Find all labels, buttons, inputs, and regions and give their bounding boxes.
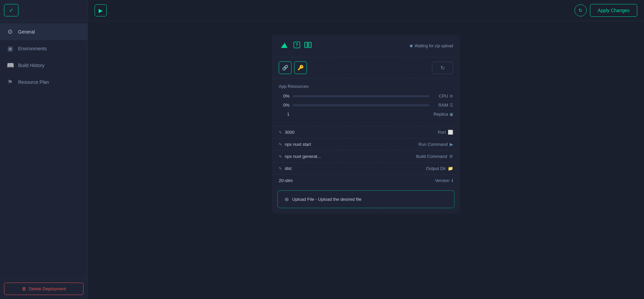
- sidebar-label-build-history: Build History: [18, 63, 45, 68]
- project-dropdown[interactable]: ✓: [4, 4, 18, 16]
- cpu-bar-container: [293, 95, 430, 97]
- build-command-icon: ⚙: [449, 154, 453, 159]
- sidebar-item-build-history[interactable]: 📖 Build History: [0, 57, 88, 74]
- output-dir-row: ✎ dist Output Dir 📁: [272, 162, 460, 174]
- trash-icon: 🗑: [22, 286, 26, 291]
- build-command-edit-icon[interactable]: ✎: [279, 154, 282, 159]
- sidebar: ✓ ⚙ General ▣ Environments 📖 Build Histo…: [0, 0, 88, 299]
- key-button[interactable]: 🔑: [294, 61, 307, 74]
- check-icon: ✓: [9, 7, 13, 13]
- replica-label: Replica ▣: [433, 112, 453, 117]
- port-row: ✎ 3000 Port ⬜: [272, 126, 460, 138]
- docs-icon[interactable]: [304, 42, 312, 50]
- nuxt-logo-icon: [279, 40, 289, 52]
- status-text: Waiting for zip upload: [415, 44, 453, 48]
- cpu-label: CPU ⚙: [433, 94, 453, 99]
- cpu-settings-icon[interactable]: ⚙: [449, 94, 453, 99]
- port-icon: ⬜: [448, 130, 453, 135]
- replica-label-text: Replica: [434, 112, 448, 117]
- version-row: 20-slim Version ℹ: [272, 174, 460, 186]
- svg-rect-2: [305, 42, 308, 48]
- replica-value: 1: [279, 112, 289, 117]
- ram-label-text: RAM: [438, 103, 448, 108]
- expand-button[interactable]: ▶: [95, 4, 107, 16]
- replica-row: 1 Replica ▣: [279, 112, 453, 117]
- sidebar-item-general[interactable]: ⚙ General: [0, 23, 88, 40]
- output-dir-value: dist: [285, 166, 426, 171]
- environments-icon: ▣: [7, 45, 13, 52]
- resources-section: App Resources 0% CPU ⚙ 0%: [272, 78, 460, 126]
- svg-rect-3: [308, 42, 311, 48]
- version-label-text: Version: [435, 178, 449, 183]
- upload-icon: ⊕: [284, 196, 289, 202]
- cpu-row: 0% CPU ⚙: [279, 94, 453, 99]
- port-label: Port ⬜: [438, 130, 453, 135]
- delete-deployment-button[interactable]: 🗑 Delete Deployment: [4, 283, 84, 295]
- build-command-value: npx nuxt generat...: [285, 154, 416, 159]
- run-command-icon: ▶: [450, 142, 453, 147]
- sidebar-item-resource-plan[interactable]: ⚑ Resource Plan: [0, 74, 88, 91]
- gear-icon: ⚙: [7, 28, 13, 36]
- sidebar-label-environments: Environments: [18, 46, 47, 51]
- replica-icon[interactable]: ▣: [449, 112, 453, 117]
- port-value: 3000: [285, 130, 438, 135]
- ram-label: RAM ☰: [433, 103, 453, 108]
- status-dot: [410, 45, 413, 47]
- version-label: Version ℹ: [435, 178, 453, 183]
- version-icon: ℹ: [451, 178, 453, 183]
- build-command-label: Build Command ⚙: [416, 154, 453, 159]
- key-icon: 🔑: [298, 65, 304, 71]
- output-dir-label: Output Dir 📁: [426, 166, 453, 171]
- upload-label: Upload File - Upload the desired file: [292, 197, 362, 202]
- cpu-label-text: CPU: [439, 94, 448, 99]
- upload-area[interactable]: ⊕ Upload File - Upload the desired file: [277, 190, 454, 208]
- run-command-row: ✎ npx nuxt start Run Command ▶: [272, 138, 460, 150]
- sidebar-item-environments[interactable]: ▣ Environments: [0, 40, 88, 57]
- ram-value: 0%: [279, 103, 289, 108]
- topbar-left: ▶: [95, 4, 107, 16]
- version-value: 20-slim: [279, 178, 435, 183]
- link-icon: 🔗: [282, 65, 288, 71]
- cpu-value: 0%: [279, 94, 289, 99]
- chevron-right-icon: ▶: [99, 7, 103, 14]
- run-command-edit-icon[interactable]: ✎: [279, 142, 282, 147]
- main-area: ▶ ↻ Apply Changes: [88, 0, 644, 299]
- app-card: ? Waiting for zip upload: [272, 35, 460, 214]
- book-icon: 📖: [7, 62, 13, 69]
- apply-changes-button[interactable]: Apply Changes: [590, 4, 637, 17]
- apply-changes-label: Apply Changes: [598, 8, 630, 13]
- port-edit-icon[interactable]: ✎: [279, 130, 282, 135]
- topbar-right: ↻ Apply Changes: [575, 4, 637, 17]
- refresh-icon: ↻: [579, 8, 583, 13]
- help-icon[interactable]: ?: [293, 42, 300, 50]
- app-icons: ?: [279, 40, 312, 52]
- run-command-label: Run Command ▶: [419, 142, 453, 147]
- topbar: ▶ ↻ Apply Changes: [88, 0, 644, 21]
- reload-button[interactable]: ↻: [432, 62, 453, 74]
- svg-text:?: ?: [296, 43, 298, 47]
- run-command-label-text: Run Command: [419, 142, 448, 147]
- ram-settings-icon[interactable]: ☰: [449, 103, 453, 108]
- sidebar-top: ✓: [0, 0, 88, 21]
- build-command-row: ✎ npx nuxt generat... Build Command ⚙: [272, 150, 460, 162]
- link-button[interactable]: 🔗: [279, 61, 291, 74]
- action-buttons: 🔗 🔑: [279, 61, 307, 74]
- refresh-button[interactable]: ↻: [575, 4, 587, 16]
- app-card-header: ? Waiting for zip upload: [272, 35, 460, 57]
- resources-title: App Resources: [279, 84, 453, 89]
- status-badge: Waiting for zip upload: [410, 44, 453, 48]
- port-label-text: Port: [438, 130, 446, 135]
- run-command-value: npx nuxt start: [285, 142, 419, 147]
- content-area: ? Waiting for zip upload: [88, 21, 644, 299]
- ram-row: 0% RAM ☰: [279, 103, 453, 108]
- output-dir-edit-icon[interactable]: ✎: [279, 166, 282, 171]
- sidebar-nav: ⚙ General ▣ Environments 📖 Build History…: [0, 21, 88, 278]
- sidebar-label-resource-plan: Resource Plan: [18, 79, 49, 85]
- ram-bar-container: [293, 104, 430, 106]
- reload-icon: ↻: [440, 65, 445, 71]
- action-row: 🔗 🔑 ↻: [272, 57, 460, 78]
- sidebar-bottom: 🗑 Delete Deployment: [0, 278, 88, 299]
- flag-icon: ⚑: [7, 78, 13, 86]
- output-dir-label-text: Output Dir: [426, 166, 446, 171]
- sidebar-label-general: General: [18, 29, 35, 35]
